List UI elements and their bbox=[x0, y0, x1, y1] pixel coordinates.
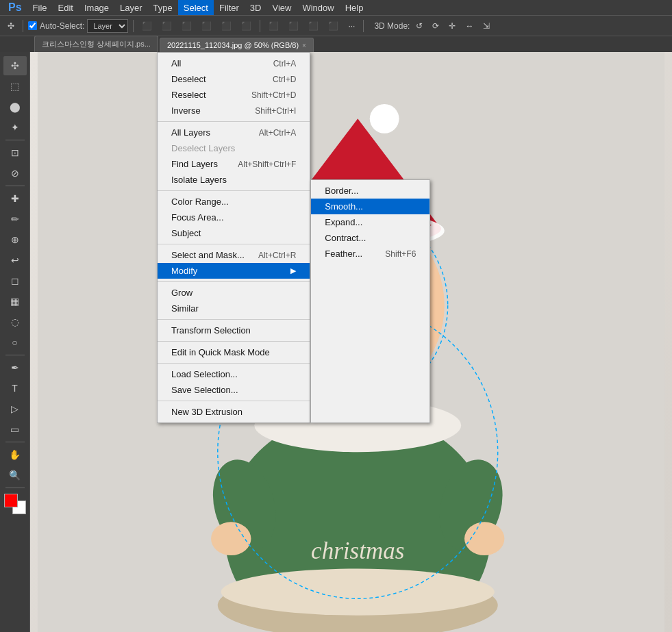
select-menu-panel: All Ctrl+A Deselect Ctrl+D Reselect Shif… bbox=[157, 52, 310, 423]
lasso-tool[interactable]: ⬤ bbox=[3, 97, 27, 116]
menu-modify[interactable]: Modify ▶ bbox=[158, 263, 310, 279]
foreground-color[interactable] bbox=[4, 494, 18, 507]
auto-select-label: Auto-Select: bbox=[40, 21, 84, 31]
menu-focus-area-label: Focus Area... bbox=[171, 212, 224, 223]
menu-find-layers[interactable]: Find Layers Alt+Shift+Ctrl+F bbox=[158, 156, 310, 172]
submenu-smooth[interactable]: Smooth... bbox=[311, 199, 430, 214]
menu-layer[interactable]: Layer bbox=[114, 0, 148, 15]
menu-select[interactable]: Select bbox=[178, 0, 214, 15]
submenu-border[interactable]: Border... bbox=[311, 183, 430, 199]
distribute-btn[interactable]: ⬛ bbox=[265, 20, 282, 32]
menu-subject[interactable]: Subject bbox=[158, 225, 310, 241]
3d-rotate-btn[interactable]: ↺ bbox=[412, 20, 426, 32]
menu-inverse[interactable]: Inverse Shift+Ctrl+I bbox=[158, 103, 310, 118]
submenu-expand-label: Expand... bbox=[325, 217, 362, 227]
tab-1-label: 크리스마스인형 상세페이지.ps... bbox=[42, 39, 151, 49]
menu-save-selection[interactable]: Save Selection... bbox=[158, 382, 310, 398]
distribute4-btn[interactable]: ⬛ bbox=[325, 20, 342, 32]
menu-similar[interactable]: Similar bbox=[158, 301, 310, 316]
path-select-tool[interactable]: ▷ bbox=[3, 399, 27, 418]
left-toolbar: ✣ ⬚ ⬤ ✦ ⊡ ⊘ ✚ ✏ ⊕ ↩ ◻ ▦ ◌ ○ ✒ T ▷ ▭ ✋ 🔍 bbox=[0, 52, 30, 632]
menu-all-layers[interactable]: All Layers Alt+Ctrl+A bbox=[158, 125, 310, 140]
brush-tool[interactable]: ✏ bbox=[3, 210, 27, 229]
menu-edit[interactable]: Edit bbox=[53, 0, 79, 15]
submenu-feather[interactable]: Feather... Shift+F6 bbox=[311, 246, 430, 262]
shape-tool[interactable]: ▭ bbox=[3, 420, 27, 439]
menu-new-3d[interactable]: New 3D Extrusion bbox=[158, 404, 310, 420]
menu-select-mask-shortcut: Alt+Ctrl+R bbox=[258, 251, 296, 260]
menu-grow[interactable]: Grow bbox=[158, 285, 310, 301]
tab-2-close[interactable]: × bbox=[302, 42, 306, 49]
sep-4 bbox=[158, 281, 310, 282]
move-tool-btn[interactable]: ✣ bbox=[4, 20, 18, 32]
menu-reselect-shortcut: Shift+Ctrl+D bbox=[251, 90, 296, 100]
3d-pan-btn[interactable]: ✛ bbox=[445, 20, 459, 32]
menu-window[interactable]: Window bbox=[297, 0, 339, 15]
modify-arrow: ▶ bbox=[290, 266, 296, 275]
menu-reselect[interactable]: Reselect Shift+Ctrl+D bbox=[158, 87, 310, 103]
magic-wand-tool[interactable]: ✦ bbox=[3, 118, 27, 137]
align-right-btn[interactable]: ⬛ bbox=[178, 20, 195, 32]
eyedropper-tool[interactable]: ⊘ bbox=[3, 164, 27, 183]
blur-tool[interactable]: ◌ bbox=[3, 312, 27, 331]
more-btn[interactable]: ··· bbox=[345, 20, 358, 32]
menu-load-selection[interactable]: Load Selection... bbox=[158, 366, 310, 382]
submenu-expand[interactable]: Expand... bbox=[311, 214, 430, 230]
type-tool[interactable]: T bbox=[3, 379, 27, 398]
tabbar: 크리스마스인형 상세페이지.ps... 20221115_112034.jpg … bbox=[0, 36, 672, 52]
menu-isolate-layers[interactable]: Isolate Layers bbox=[158, 172, 310, 188]
menu-select-mask[interactable]: Select and Mask... Alt+Ctrl+R bbox=[158, 247, 310, 263]
menu-focus-area[interactable]: Focus Area... bbox=[158, 210, 310, 225]
align-left-btn[interactable]: ⬛ bbox=[138, 20, 155, 32]
healing-tool[interactable]: ✚ bbox=[3, 189, 27, 208]
distribute3-btn[interactable]: ⬛ bbox=[305, 20, 322, 32]
menu-transform-selection[interactable]: Transform Selection bbox=[158, 323, 310, 338]
marquee-tool[interactable]: ⬚ bbox=[3, 77, 27, 96]
eraser-tool[interactable]: ◻ bbox=[3, 271, 27, 290]
menu-deselect[interactable]: Deselect Ctrl+D bbox=[158, 71, 310, 87]
options-bar: ✣ Auto-Select: Layer Group ⬛ ⬛ ⬛ ⬛ ⬛ ⬛ ⬛… bbox=[0, 15, 672, 36]
menu-all-shortcut: Ctrl+A bbox=[273, 59, 297, 68]
tab-1[interactable]: 크리스마스인형 상세페이지.ps... bbox=[34, 36, 158, 52]
sep-7 bbox=[158, 363, 310, 364]
menu-view[interactable]: View bbox=[266, 0, 297, 15]
align-bottom-btn[interactable]: ⬛ bbox=[238, 20, 255, 32]
move-tool[interactable]: ✣ bbox=[3, 56, 27, 75]
submenu-contract[interactable]: Contract... bbox=[311, 230, 430, 246]
menu-find-layers-shortcut: Alt+Shift+Ctrl+F bbox=[238, 160, 296, 169]
3d-slide-btn[interactable]: ↔ bbox=[462, 20, 477, 32]
menu-color-range[interactable]: Color Range... bbox=[158, 194, 310, 210]
align-middle-btn[interactable]: ⬛ bbox=[218, 20, 235, 32]
pen-tool[interactable]: ✒ bbox=[3, 358, 27, 377]
3d-roll-btn[interactable]: ⟳ bbox=[429, 20, 443, 32]
hand-tool[interactable]: ✋ bbox=[3, 445, 27, 464]
menu-reselect-label: Reselect bbox=[171, 90, 206, 100]
sep-8 bbox=[158, 401, 310, 401]
tab-2[interactable]: 20221115_112034.jpg @ 50% (RGB/8) × bbox=[160, 38, 314, 52]
svg-text:christmas: christmas bbox=[311, 538, 404, 564]
menu-file[interactable]: File bbox=[27, 0, 53, 15]
clone-stamp-tool[interactable]: ⊕ bbox=[3, 230, 27, 249]
separator-3 bbox=[260, 20, 260, 32]
align-center-btn[interactable]: ⬛ bbox=[158, 20, 175, 32]
menu-filter[interactable]: Filter bbox=[214, 0, 245, 15]
menu-load-selection-label: Load Selection... bbox=[171, 369, 238, 379]
menu-all[interactable]: All Ctrl+A bbox=[158, 55, 310, 71]
menu-deselect-layers[interactable]: Deselect Layers bbox=[158, 140, 310, 156]
3d-scale-btn[interactable]: ⇲ bbox=[480, 20, 493, 32]
align-top-btn[interactable]: ⬛ bbox=[198, 20, 215, 32]
distribute2-btn[interactable]: ⬛ bbox=[285, 20, 302, 32]
menu-all-label: All bbox=[171, 58, 181, 68]
menu-type[interactable]: Type bbox=[148, 0, 178, 15]
gradient-tool[interactable]: ▦ bbox=[3, 292, 27, 311]
auto-select-checkbox[interactable] bbox=[28, 21, 37, 30]
menu-help[interactable]: Help bbox=[340, 0, 369, 15]
zoom-tool[interactable]: 🔍 bbox=[3, 466, 27, 485]
menu-3d[interactable]: 3D bbox=[245, 0, 267, 15]
crop-tool[interactable]: ⊡ bbox=[3, 143, 27, 162]
dodge-tool[interactable]: ○ bbox=[3, 333, 27, 352]
menu-quick-mask[interactable]: Edit in Quick Mask Mode bbox=[158, 344, 310, 360]
auto-select-dropdown[interactable]: Layer Group bbox=[87, 19, 128, 33]
history-brush-tool[interactable]: ↩ bbox=[3, 251, 27, 270]
menu-image[interactable]: Image bbox=[79, 0, 114, 15]
